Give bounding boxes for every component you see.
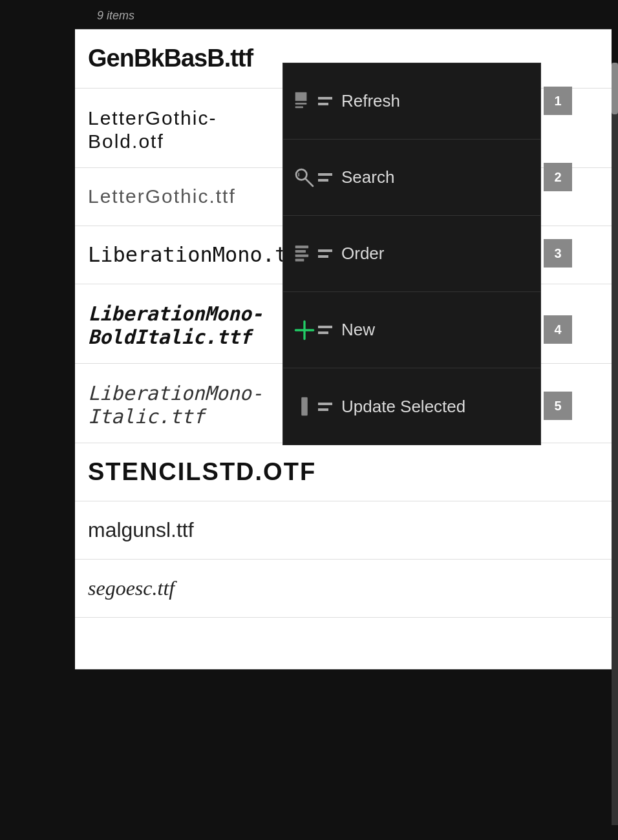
menu-item-new-label: New — [341, 320, 375, 340]
menu-lines-icon — [318, 173, 332, 182]
svg-rect-8 — [295, 254, 308, 257]
font-name: LiberationMono-BoldItalic.ttf — [88, 302, 263, 349]
font-name: LiberationMono-Italic.ttf — [88, 382, 263, 428]
update-selected-icon — [293, 387, 332, 426]
font-name: LetterGothic.ttf — [88, 185, 236, 208]
context-menu: Refresh Search — [282, 63, 541, 445]
badge-number: 4 — [544, 315, 572, 344]
svg-rect-2 — [295, 106, 303, 108]
list-item[interactable]: STENCILSTD.OTF — [75, 443, 612, 502]
menu-item-refresh[interactable]: Refresh — [283, 63, 540, 140]
search-icon — [293, 158, 332, 197]
new-icon — [293, 311, 332, 350]
badge-1: 1 — [541, 63, 580, 139]
refresh-icon — [293, 82, 332, 121]
order-icon — [293, 235, 332, 273]
menu-lines-icon — [318, 97, 332, 105]
menu-lines-icon — [318, 403, 332, 411]
menu-item-new[interactable]: New — [283, 292, 540, 368]
svg-rect-12 — [301, 397, 308, 416]
font-name: GenBkBasB.ttf — [88, 44, 253, 74]
list-item[interactable]: segoesc.ttf — [75, 560, 612, 618]
badge-number: 1 — [544, 87, 572, 115]
font-name: LiberationMono.ttf — [88, 242, 312, 267]
badge-number: 2 — [544, 163, 572, 191]
font-name: LetterGothic-Bold.otf — [88, 107, 217, 153]
badge-4: 4 — [541, 291, 580, 368]
menu-badges: 1 2 3 4 5 — [541, 63, 580, 444]
svg-rect-9 — [295, 258, 304, 261]
font-name: STENCILSTD.OTF — [88, 457, 316, 487]
badge-5: 5 — [541, 368, 580, 444]
list-item-empty — [75, 618, 612, 669]
menu-item-order[interactable]: Order — [283, 216, 540, 292]
svg-rect-7 — [295, 249, 306, 252]
svg-rect-0 — [295, 92, 307, 101]
badge-2: 2 — [541, 139, 580, 215]
menu-item-update-selected[interactable]: Update Selected — [283, 368, 540, 445]
items-count: 9 items — [0, 0, 618, 29]
menu-item-update-selected-label: Update Selected — [341, 397, 465, 417]
menu-item-refresh-label: Refresh — [341, 91, 400, 111]
menu-lines-icon — [318, 326, 332, 334]
menu-item-search[interactable]: Search — [283, 140, 540, 216]
font-name: segoesc.ttf — [88, 576, 175, 600]
menu-item-search-label: Search — [341, 167, 394, 187]
badge-3: 3 — [541, 215, 580, 291]
scrollbar-track[interactable] — [612, 63, 618, 825]
list-item[interactable]: malgunsl.ttf — [75, 501, 612, 560]
scrollbar-thumb[interactable] — [612, 63, 618, 114]
svg-line-4 — [305, 178, 313, 186]
badge-number: 5 — [544, 392, 572, 420]
font-name: malgunsl.ttf — [88, 518, 194, 542]
svg-rect-1 — [295, 103, 307, 105]
menu-item-order-label: Order — [341, 244, 384, 264]
menu-lines-icon — [318, 249, 332, 258]
svg-rect-6 — [295, 246, 308, 248]
badge-number: 3 — [544, 239, 572, 268]
